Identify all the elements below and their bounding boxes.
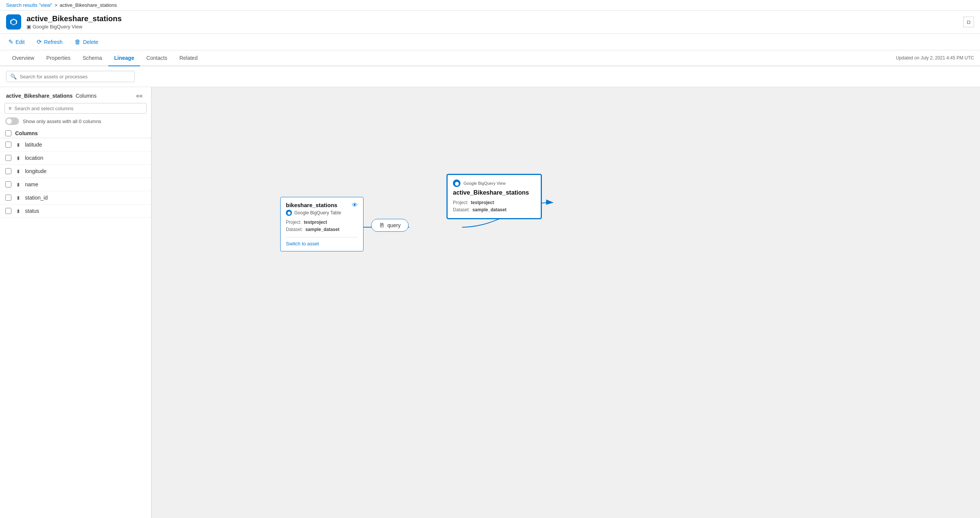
- edit-button[interactable]: ✎ Edit: [6, 37, 27, 47]
- column-checkbox-station_id[interactable]: [5, 195, 11, 201]
- column-name: name: [25, 181, 38, 187]
- edit-label: Edit: [16, 39, 25, 45]
- column-search-filter[interactable]: ▿: [5, 103, 146, 114]
- column-row[interactable]: ▮ station_id: [0, 191, 151, 205]
- column-type-icon: ▮: [15, 155, 21, 161]
- left-panel-columns-label: Columns: [76, 93, 97, 99]
- column-name: longitude: [25, 168, 46, 174]
- subtitle-icon: ▣: [27, 24, 31, 30]
- breadcrumb: Search results "view" > active_Bikeshare…: [0, 0, 980, 11]
- toolbar: ✎ Edit ⟳ Refresh 🗑 Delete: [0, 34, 980, 50]
- column-type-icon: ▮: [15, 141, 21, 148]
- target-node-meta: Project: testproject Dataset: sample_dat…: [453, 199, 535, 214]
- target-dataset-value: sample_dataset: [472, 207, 506, 213]
- search-icon: 🔍: [10, 73, 17, 79]
- columns-header-label: Columns: [15, 130, 38, 136]
- asset-title-group: active_Bikeshare_stations ▣ Google BigQu…: [27, 14, 958, 30]
- search-assets-bar[interactable]: 🔍: [6, 71, 135, 82]
- left-panel-asset-name: active_Bikeshare_stations: [6, 93, 73, 99]
- column-checkbox-name[interactable]: [5, 181, 11, 187]
- column-checkbox-location[interactable]: [5, 155, 11, 161]
- source-node-footer: Switch to asset: [286, 237, 358, 246]
- column-row[interactable]: ▮ longitude: [0, 165, 151, 178]
- column-type-icon: ▮: [15, 181, 21, 187]
- tabs-bar: Overview Properties Schema Lineage Conta…: [0, 50, 980, 66]
- tab-related[interactable]: Related: [173, 50, 204, 66]
- columns-header-row: Columns: [0, 129, 151, 138]
- asset-type: Google BigQuery View: [33, 24, 82, 30]
- delete-icon: 🗑: [75, 39, 81, 45]
- refresh-label: Refresh: [44, 39, 62, 45]
- process-node-icon: 🖹: [379, 222, 384, 228]
- refresh-button[interactable]: ⟳ Refresh: [35, 37, 65, 47]
- column-search-input[interactable]: [14, 106, 142, 111]
- edit-icon: ✎: [8, 38, 13, 45]
- column-type-icon: ▮: [15, 168, 21, 174]
- tab-schema[interactable]: Schema: [76, 50, 108, 66]
- source-node: bikeshare_stations ⬤ Google BigQuery Tab…: [280, 197, 364, 251]
- refresh-icon: ⟳: [37, 38, 41, 45]
- source-node-action-button[interactable]: 👁: [352, 202, 358, 209]
- column-row[interactable]: ▮ name: [0, 178, 151, 191]
- column-row[interactable]: ▮ status: [0, 205, 151, 218]
- column-row[interactable]: ▮ latitude: [0, 138, 151, 151]
- target-project-value: testproject: [471, 200, 494, 205]
- source-node-type: Google BigQuery Table: [294, 210, 341, 216]
- toggle-row: Show only assets with all 0 columns: [0, 118, 151, 129]
- process-node: 🖹 query: [371, 219, 409, 232]
- updated-timestamp: Updated on July 2, 2021 4:45 PM UTC: [896, 51, 974, 65]
- bq-table-icon: ⬤: [286, 210, 292, 216]
- delete-label: Delete: [83, 39, 98, 45]
- tab-lineage[interactable]: Lineage: [108, 50, 140, 66]
- asset-icon: [6, 14, 21, 30]
- filter-icon: ▿: [9, 105, 11, 111]
- source-dataset-value: sample_dataset: [305, 227, 339, 232]
- left-panel-title: active_Bikeshare_stations Columns: [6, 93, 97, 99]
- select-all-checkbox[interactable]: [5, 130, 11, 136]
- column-row[interactable]: ▮ location: [0, 151, 151, 165]
- source-project-label: Project:: [286, 219, 301, 225]
- switch-to-asset-link[interactable]: Switch to asset: [286, 241, 319, 246]
- asset-title: active_Bikeshare_stations: [27, 14, 958, 23]
- column-name: status: [25, 208, 39, 214]
- window-restore-button[interactable]: ◻: [963, 17, 974, 27]
- columns-list: ▮ latitude ▮ location ▮ longitude ▮ name…: [0, 138, 151, 518]
- delete-button[interactable]: 🗑 Delete: [72, 37, 100, 47]
- show-assets-toggle[interactable]: [5, 118, 19, 125]
- breadcrumb-current: active_Bikeshare_stations: [60, 2, 117, 8]
- column-checkbox-status[interactable]: [5, 208, 11, 214]
- process-node-label: query: [387, 222, 401, 228]
- target-node-type: Google BigQuery View: [463, 181, 506, 186]
- column-type-icon: ▮: [15, 195, 21, 201]
- breadcrumb-sep: >: [54, 2, 57, 8]
- toggle-label: Show only assets with all 0 columns: [23, 119, 101, 124]
- target-project-label: Project:: [453, 200, 468, 205]
- tab-contacts[interactable]: Contacts: [140, 50, 173, 66]
- tab-overview[interactable]: Overview: [6, 50, 40, 66]
- source-node-subtitle: ⬤ Google BigQuery Table: [286, 210, 341, 216]
- target-node: ⬤ Google BigQuery View active_Bikeshare_…: [447, 174, 541, 219]
- column-name: station_id: [25, 195, 48, 201]
- source-project-value: testproject: [304, 219, 327, 225]
- right-panel: bikeshare_stations ⬤ Google BigQuery Tab…: [151, 87, 980, 518]
- target-dataset-label: Dataset:: [453, 207, 470, 213]
- search-bar-section: 🔍: [0, 66, 980, 87]
- column-name: latitude: [25, 141, 42, 148]
- source-node-title: bikeshare_stations: [286, 202, 341, 208]
- column-checkbox-longitude[interactable]: [5, 168, 11, 174]
- left-panel: active_Bikeshare_stations Columns «« ▿ S…: [0, 87, 151, 518]
- column-checkbox-latitude[interactable]: [5, 141, 11, 148]
- bq-view-icon: ⬤: [453, 180, 460, 187]
- column-type-icon: ▮: [15, 208, 21, 214]
- main-content: active_Bikeshare_stations Columns «« ▿ S…: [0, 87, 980, 518]
- source-node-meta: Project: testproject Dataset: sample_dat…: [286, 219, 358, 233]
- source-dataset-label: Dataset:: [286, 227, 303, 232]
- column-name: location: [25, 155, 43, 161]
- lineage-svg: [151, 87, 980, 518]
- breadcrumb-link[interactable]: Search results "view": [6, 2, 52, 8]
- tab-properties[interactable]: Properties: [40, 50, 76, 66]
- collapse-panel-button[interactable]: ««: [134, 92, 145, 100]
- left-panel-header: active_Bikeshare_stations Columns ««: [0, 87, 151, 103]
- target-node-title: active_Bikeshare_stations: [453, 189, 535, 196]
- search-assets-input[interactable]: [20, 74, 130, 79]
